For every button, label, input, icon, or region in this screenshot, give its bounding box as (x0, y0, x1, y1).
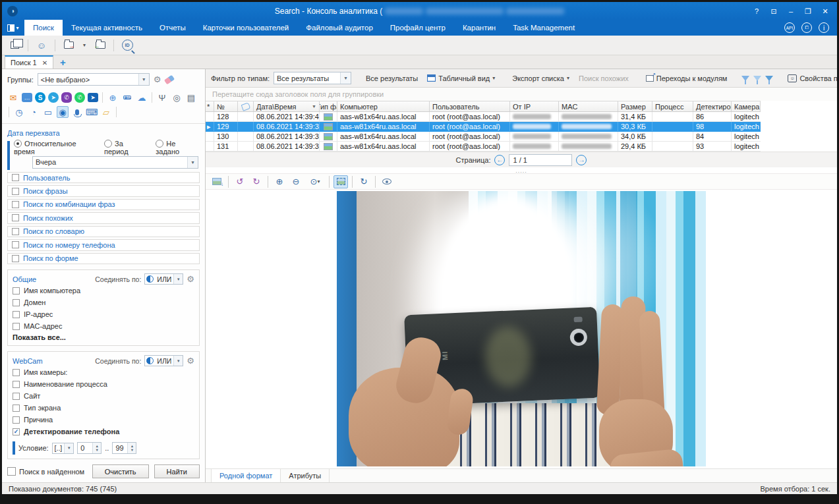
col-computer[interactable]: Компьютер (337, 101, 430, 111)
relative-time-select[interactable]: Вчера ▾ (32, 156, 198, 169)
search-in-found-checkbox[interactable]: Поиск в найденном (7, 467, 87, 476)
http-icon[interactable]: ⊕ (107, 92, 119, 103)
col-detect[interactable]: Детектирова (693, 101, 732, 111)
table-row-selected[interactable]: ▸ 129 08.06.2021 14:39:38 aas-w81x64ru.a… (206, 122, 761, 132)
minimize-button[interactable]: – (783, 5, 799, 18)
common-settings-icon[interactable]: ⚙ (187, 274, 194, 284)
find-button[interactable]: Найти (154, 464, 200, 478)
filter-type-select[interactable]: Все результаты ▾ (274, 72, 351, 84)
new-tab-button[interactable]: + (60, 57, 66, 69)
tab-close-icon[interactable]: ✕ (42, 59, 47, 67)
mail-icon[interactable]: ✉ (7, 92, 19, 103)
zoom-out-button[interactable]: ⊖ (289, 175, 303, 188)
checkbox[interactable] (13, 323, 20, 330)
printer-icon[interactable]: ▤ (185, 92, 197, 103)
radio-relative-time[interactable]: Относительное время (14, 140, 96, 155)
condition-to-stepper[interactable]: 99 ▲▼ (112, 442, 136, 454)
clear-groups-icon[interactable] (164, 74, 175, 84)
table-row[interactable]: 130 08.06.2021 14:39:36 aas-w81x64ru.aas… (206, 132, 761, 142)
col-date[interactable]: Дата\Время▼ (254, 101, 320, 111)
folder-icon[interactable]: ▱ (100, 106, 112, 118)
help-button[interactable]: ? (749, 5, 765, 18)
search-criterion-phrase[interactable]: Поиск фразы (7, 185, 200, 196)
groups-select[interactable]: <Не выбрано> ▾ (38, 73, 150, 86)
skype-icon[interactable]: S (35, 92, 45, 103)
restore-button[interactable]: ❐ (800, 5, 816, 18)
chevron-down-icon[interactable]: ▾ (187, 157, 198, 168)
info-icon[interactable]: i (819, 22, 829, 33)
group-by-hint[interactable]: Перетащите сюда заголовок поля для групп… (206, 88, 837, 101)
webcam-icon[interactable]: ◉ (57, 106, 69, 118)
pin-window-button[interactable]: ⊡ (766, 5, 782, 18)
webcam-join-select[interactable]: ИЛИ ▾ (144, 355, 183, 366)
clock-icon[interactable]: ◷ (13, 106, 25, 118)
package-icon[interactable]: ⧠ (801, 22, 812, 33)
radio-not-set[interactable]: Не задано (156, 140, 200, 155)
menu-item-file-auditor[interactable]: Файловый аудитор (297, 20, 382, 36)
zoom-in-button[interactable]: ⊕ (272, 175, 287, 188)
device-search-icon[interactable]: ◎ (171, 92, 183, 103)
col-from-ip[interactable]: От IP (510, 101, 559, 111)
checkbox[interactable] (13, 416, 20, 424)
chevron-down-icon[interactable]: ▾ (173, 356, 183, 366)
user-activity-icon[interactable]: ◔ (28, 106, 40, 118)
tab-attributes[interactable]: Атрибуты (281, 469, 330, 482)
common-join-select[interactable]: ИЛИ ▾ (144, 273, 183, 285)
checkbox[interactable] (13, 299, 20, 306)
go-to-modules-button[interactable]: Переходы к модулям (643, 72, 730, 84)
menu-item-search[interactable]: Поиск (24, 20, 63, 36)
next-page-icon[interactable]: → (576, 155, 587, 165)
view-button[interactable] (380, 175, 394, 188)
chevron-down-icon[interactable]: ▾ (64, 443, 73, 453)
checkbox[interactable] (13, 311, 20, 318)
webcam-screen-type[interactable]: Тип экрана (13, 402, 194, 414)
menu-item-quarantine[interactable]: Карантин (454, 20, 504, 36)
im-icon[interactable]: … (22, 93, 32, 102)
user-search-button[interactable]: ☺ (33, 38, 50, 53)
spinner-arrows-icon[interactable]: ▲▼ (127, 443, 136, 453)
rotate-right-button[interactable]: ↻ (249, 175, 264, 188)
checkbox[interactable] (13, 393, 20, 400)
menu-item-task-management[interactable]: Task Management (504, 20, 583, 36)
show-all-link[interactable]: Показать все... (13, 333, 194, 341)
splitter-handle[interactable]: ..... (206, 167, 837, 173)
app-menu-button[interactable]: ▾ (2, 20, 24, 36)
webcam-reason[interactable]: Причина (13, 414, 194, 426)
col-process[interactable]: Процесс (652, 101, 693, 111)
cascade-windows-button[interactable] (6, 38, 23, 53)
chevron-down-icon[interactable]: ▾ (173, 274, 183, 284)
search-criterion-dictionary[interactable]: Поиск по словарю (7, 226, 200, 237)
table-view-button[interactable]: Табличный вид▾ (424, 72, 498, 84)
import-query-button[interactable]: ← (92, 38, 109, 53)
groups-settings-icon[interactable]: ⚙ (154, 74, 161, 84)
rotate-left-button[interactable]: ↺ (233, 175, 247, 188)
chevron-down-icon[interactable]: ▾ (138, 74, 149, 85)
col-tag[interactable] (238, 101, 254, 111)
webcam-process-name[interactable]: Наименование процесса (13, 378, 194, 390)
save-image-button[interactable] (210, 175, 224, 188)
checkbox[interactable] (13, 287, 20, 294)
col-user[interactable]: Пользователь (430, 101, 510, 111)
common-computer-name[interactable]: Имя компьютера (13, 285, 194, 296)
menu-item-reports[interactable]: Отчеты (151, 20, 194, 36)
all-results-button[interactable]: Все результаты (363, 72, 420, 84)
webcam-phone-detection[interactable]: ✓Детектирование телефона (13, 426, 194, 437)
usb-icon[interactable]: Ψ (156, 92, 168, 103)
keyboard-icon[interactable]: ⌨ (86, 106, 98, 118)
col-marker[interactable]: * (206, 101, 214, 111)
checkbox-checked[interactable]: ✓ (13, 428, 20, 435)
common-mac-address[interactable]: MAC-адрес (13, 320, 194, 332)
search-criterion-user[interactable]: Пользователь (7, 172, 200, 183)
menu-item-current-activity[interactable]: Текущая активность (63, 20, 151, 36)
tab-native-format[interactable]: Родной формат (211, 469, 281, 482)
export-list-button[interactable]: Экспорт списка▾ (509, 72, 572, 84)
col-mac[interactable]: MAC (559, 101, 618, 111)
condition-operator-select[interactable]: [..] ▾ (52, 443, 74, 454)
filter-funnel-add-icon[interactable] (765, 76, 773, 81)
monitor-icon[interactable]: ▭ (42, 106, 54, 118)
page-input[interactable]: 1 / 1 (509, 154, 572, 166)
search-criterion-phrase-combo[interactable]: Поиск по комбинации фраз (7, 199, 200, 210)
api-icon[interactable]: API (784, 22, 795, 33)
filter-funnel-icon[interactable] (741, 76, 749, 81)
telegram-icon[interactable]: ➤ (48, 92, 59, 103)
